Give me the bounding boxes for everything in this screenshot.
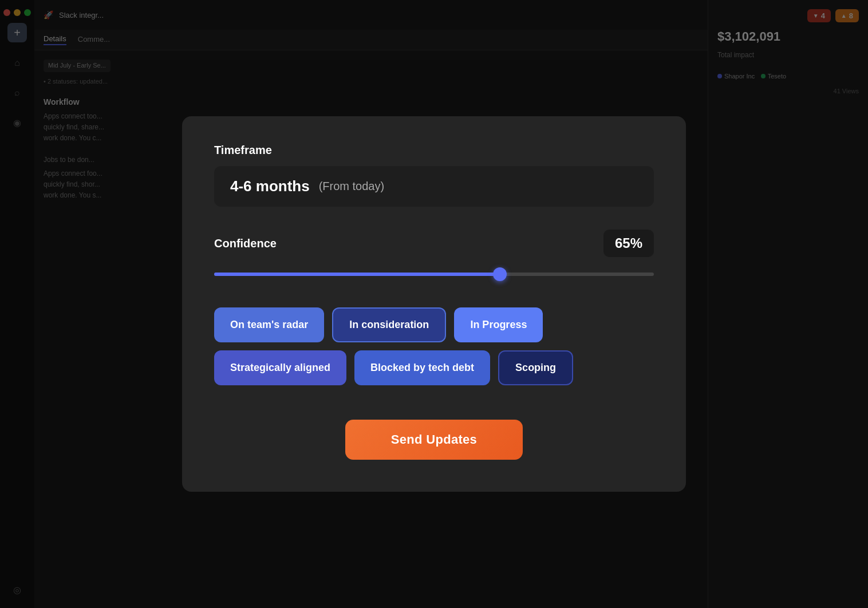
status-buttons-section: On team's radar In consideration In Prog…	[214, 307, 654, 385]
confidence-label: Confidence	[214, 237, 277, 250]
timeframe-box: 4-6 months (From today)	[214, 166, 654, 207]
status-row-1: On team's radar In consideration In Prog…	[214, 307, 654, 342]
slider-track	[214, 273, 654, 276]
confidence-header: Confidence 65%	[214, 230, 654, 257]
slider-thumb[interactable]	[493, 267, 507, 281]
status-btn-in-progress[interactable]: In Progress	[454, 307, 543, 342]
status-btn-on-teams-radar[interactable]: On team's radar	[214, 307, 324, 342]
confidence-badge: 65%	[603, 230, 654, 257]
modal-overlay: Timeframe 4-6 months (From today) Confid…	[0, 0, 868, 608]
slider-fill	[214, 273, 500, 276]
confidence-section: Confidence 65%	[214, 230, 654, 280]
timeframe-label: Timeframe	[214, 144, 654, 157]
timeframe-sub: (From today)	[319, 180, 384, 193]
send-updates-container: Send Updates	[214, 420, 654, 460]
timeframe-value: 4-6 months	[230, 177, 310, 195]
confidence-slider-container[interactable]	[214, 269, 654, 280]
status-grid: On team's radar In consideration In Prog…	[214, 307, 654, 385]
update-modal: Timeframe 4-6 months (From today) Confid…	[182, 116, 686, 492]
status-btn-scoping[interactable]: Scoping	[498, 350, 573, 385]
status-row-2: Strategically aligned Blocked by tech de…	[214, 350, 654, 385]
status-btn-strategically-aligned[interactable]: Strategically aligned	[214, 350, 346, 385]
status-btn-blocked-by-tech-debt[interactable]: Blocked by tech debt	[354, 350, 490, 385]
status-btn-in-consideration[interactable]: In consideration	[332, 307, 446, 342]
send-updates-button[interactable]: Send Updates	[345, 420, 523, 460]
